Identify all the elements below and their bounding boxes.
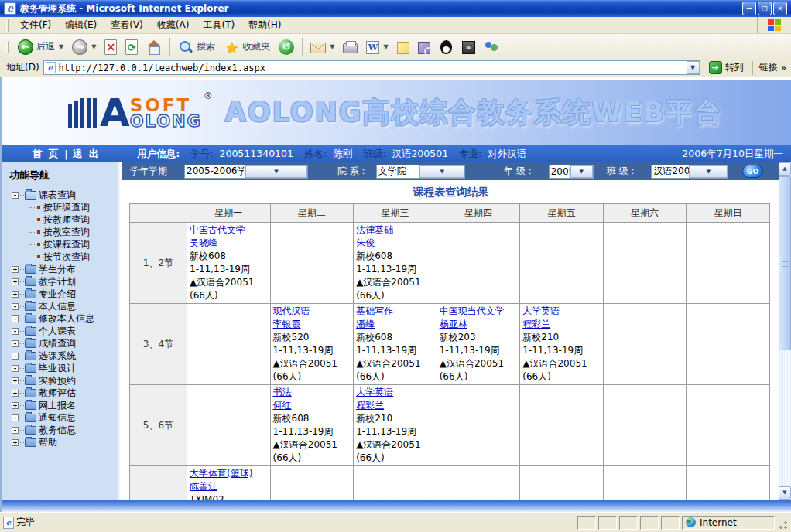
grade-select[interactable]: 2005 ▼ (549, 165, 594, 179)
tree-node[interactable]: -毕业设计 (2, 362, 118, 374)
tree-toggle-icon[interactable]: - (12, 303, 19, 310)
messenger-button[interactable] (480, 36, 503, 59)
tree-toggle-icon[interactable]: + (12, 266, 19, 273)
tree-item-label[interactable]: 教学计划 (39, 275, 76, 288)
close-button[interactable]: ✕ (773, 2, 787, 15)
tree-item-label[interactable]: 选课系统 (39, 350, 76, 363)
tree-node[interactable]: +实验预约 (2, 374, 118, 387)
tree-node[interactable]: -课表查询 (2, 189, 118, 201)
tree-node[interactable]: -选课系统 (2, 350, 118, 362)
teacher-link[interactable]: 程彩兰 (522, 318, 601, 331)
tree-item-label[interactable]: 通知信息 (39, 411, 76, 425)
tree-node[interactable]: -教务信息 (2, 424, 118, 436)
go-to-button[interactable]: ➔ 转到 (704, 60, 748, 76)
mail-button[interactable]: ▼ (306, 36, 338, 59)
favorites-button[interactable]: ★ 收藏夹 (220, 36, 274, 59)
tree-toggle-icon[interactable]: + (12, 390, 19, 397)
search-button[interactable]: 搜索 (174, 36, 219, 59)
tree-item-label[interactable]: 教师评估 (39, 387, 76, 400)
tree-item-label[interactable]: 课表查询 (39, 189, 76, 202)
tree-toggle-icon[interactable]: - (12, 427, 19, 434)
class-select[interactable]: 汉语200501 ▼ (651, 165, 728, 179)
term-select[interactable]: 2005-2006学年第二学期 ▼ (184, 165, 308, 179)
tree-toggle-icon[interactable]: + (12, 291, 19, 298)
teacher-link[interactable]: 朱俊 (356, 237, 434, 250)
teacher-link[interactable]: 程彩兰 (356, 399, 434, 412)
tree-toggle-icon[interactable]: + (12, 439, 19, 446)
tree-toggle-icon[interactable]: - (12, 192, 19, 199)
course-link[interactable]: 中国现当代文学 (440, 305, 518, 318)
back-dropdown-icon[interactable]: ▼ (59, 43, 63, 50)
tree-item-label[interactable]: 个人课表 (39, 325, 76, 338)
links-bar[interactable]: 链接 » (752, 61, 786, 75)
dept-select[interactable]: 文学院 ▼ (376, 165, 465, 179)
tree-toggle-icon[interactable]: + (12, 377, 19, 384)
vertical-scrollbar[interactable]: ▲ ▼ (779, 162, 791, 500)
tree-child-node[interactable]: 按课程查询 (2, 238, 118, 251)
menu-item[interactable]: 工具(T) (196, 17, 241, 33)
tree-toggle-icon[interactable]: - (12, 328, 19, 335)
teacher-link[interactable]: 陈善江 (190, 480, 268, 493)
teacher-link[interactable]: 杨亚林 (440, 318, 518, 331)
tree-toggle-icon[interactable]: - (12, 340, 19, 347)
tree-node[interactable]: +学生分布 (2, 263, 118, 275)
scrollbar-thumb[interactable] (779, 176, 791, 350)
research-button[interactable] (414, 36, 434, 59)
flashget-button[interactable]: » (458, 36, 479, 59)
tree-child-label[interactable]: 按教室查询 (43, 226, 90, 239)
mail-dropdown-icon[interactable]: ▼ (330, 43, 334, 50)
tree-child-label[interactable]: 按节次查询 (43, 251, 90, 264)
forward-button[interactable]: ▼ (68, 36, 100, 59)
course-link[interactable]: 中国古代文学 (190, 223, 268, 237)
tree-node[interactable]: -本人信息 (2, 300, 118, 312)
tree-toggle-icon[interactable]: + (12, 278, 19, 285)
forward-dropdown-icon[interactable]: ▼ (91, 43, 96, 50)
home-button[interactable] (142, 36, 166, 59)
tree-toggle-icon[interactable]: - (12, 414, 19, 421)
tree-toggle-icon[interactable]: - (12, 315, 19, 322)
menu-item[interactable]: 编辑(E) (58, 17, 104, 33)
tree-item-label[interactable]: 成绩查询 (39, 337, 76, 350)
tree-item-label[interactable]: 毕业设计 (39, 362, 76, 375)
tree-item-label[interactable]: 网上报名 (39, 399, 76, 412)
course-link[interactable]: 法律基础 (356, 223, 434, 237)
term-dropdown-icon[interactable]: ▼ (245, 165, 307, 178)
tree-item-label[interactable]: 实验预约 (39, 374, 76, 387)
maximize-button[interactable]: ❐ (758, 2, 772, 15)
tree-item-label[interactable]: 本人信息 (39, 300, 76, 313)
teacher-link[interactable]: 何红 (273, 399, 351, 412)
address-input[interactable]: e http://127.0.0.1/teachweb/index1.aspx … (43, 60, 700, 75)
tree-child-label[interactable]: 按课程查询 (43, 238, 90, 251)
tree-node[interactable]: +帮助 (2, 436, 118, 448)
menu-item[interactable]: 收藏(A) (150, 17, 197, 33)
tree-item-label[interactable]: 专业介绍 (39, 288, 76, 301)
scroll-up-button[interactable]: ▲ (779, 162, 791, 176)
refresh-button[interactable] (122, 36, 142, 59)
course-link[interactable]: 书法 (273, 386, 351, 399)
edit-word-button[interactable]: W ▼ (362, 36, 392, 59)
edit-dropdown-icon[interactable]: ▼ (383, 43, 388, 50)
tree-toggle-icon[interactable]: - (12, 353, 19, 360)
qq-button[interactable] (435, 36, 457, 59)
course-link[interactable]: 大学英语 (356, 386, 434, 399)
home-link[interactable]: 首 页 (33, 148, 60, 161)
teacher-link[interactable]: 潘峰 (356, 318, 434, 331)
course-link[interactable]: 基础写作 (356, 305, 434, 318)
toolbar-grip[interactable] (6, 41, 9, 53)
links-overflow-icon[interactable]: » (781, 63, 786, 73)
course-link[interactable]: 大学体育(篮球) (190, 467, 268, 480)
menu-item[interactable]: 查看(V) (104, 17, 150, 33)
tree-child-label[interactable]: 按教师查询 (43, 213, 90, 227)
resize-grip[interactable] (777, 516, 788, 530)
scroll-down-button[interactable]: ▼ (779, 486, 791, 500)
tree-child-node[interactable]: 按班级查询 (2, 201, 118, 213)
print-button[interactable] (339, 36, 361, 59)
back-button[interactable]: 后退 ▼ (14, 36, 67, 59)
tree-node[interactable]: +教学计划 (2, 275, 118, 288)
minimize-button[interactable]: — (742, 2, 756, 15)
course-link[interactable]: 现代汉语 (273, 305, 351, 318)
tree-node[interactable]: -修改本人信息 (2, 312, 118, 325)
tree-item-label[interactable]: 学生分布 (39, 263, 76, 276)
teacher-link[interactable]: 李银霞 (273, 318, 351, 331)
notes-button[interactable] (393, 36, 413, 59)
